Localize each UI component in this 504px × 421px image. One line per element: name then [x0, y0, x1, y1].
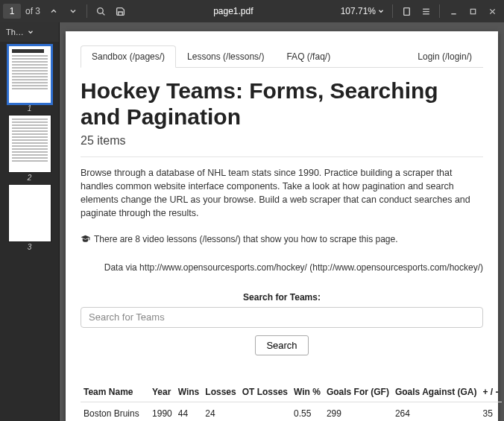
sidebar-header-label: Th…: [6, 28, 24, 37]
menu-icon: [421, 7, 431, 16]
tab-faq[interactable]: FAQ (/faq/): [275, 45, 341, 68]
document-viewer[interactable]: Sandbox (/pages/) Lessons (/lessons/) FA…: [60, 22, 504, 421]
pdf-toolbar: of 3 page1.pdf 107.71%: [0, 0, 504, 22]
close-icon: [488, 7, 497, 16]
sidebar-header[interactable]: Th…: [0, 22, 59, 42]
team-search-input[interactable]: [81, 307, 483, 328]
search-label: Search for Teams:: [81, 292, 483, 303]
thumbnail-sidebar: Th… 1: [0, 22, 60, 421]
lessons-note-text: There are 8 video lessons (/lessons/) th…: [94, 234, 398, 244]
thumbnail-2[interactable]: 2: [7, 115, 51, 182]
tab-login[interactable]: Login (/login/): [406, 45, 483, 68]
prev-page-button[interactable]: [45, 2, 63, 20]
page-description: Browse through a database of NHL team st…: [81, 166, 483, 221]
data-source: Data via http://www.opensourcesports.com…: [81, 262, 483, 273]
thumbnail-1[interactable]: 1: [7, 46, 51, 113]
teams-table: Team Name Year Wins Losses OT Losses Win…: [81, 382, 502, 422]
page-tabs: Sandbox (/pages/) Lessons (/lessons/) FA…: [81, 45, 483, 68]
window-close-button[interactable]: [483, 2, 501, 20]
page-number-input[interactable]: [3, 4, 21, 19]
window-maximize-button[interactable]: [464, 2, 482, 20]
page-title: Hockey Teams: Forms, Searching and Pagin…: [81, 78, 483, 130]
thumbnail-3[interactable]: 3: [7, 185, 51, 251]
save-icon: [116, 7, 125, 16]
col-goals-for: Goals For (GF): [324, 382, 392, 402]
page-icon: [402, 7, 412, 16]
lessons-note: There are 8 video lessons (/lessons/) th…: [81, 234, 483, 244]
page-view-button[interactable]: [397, 2, 415, 20]
thumbnail-1-number: 1: [28, 104, 32, 113]
search-icon: [96, 7, 106, 16]
graduation-cap-icon: [81, 234, 90, 244]
menu-button[interactable]: [417, 2, 435, 20]
thumbnail-list: 1 2 3: [0, 42, 59, 421]
next-page-button[interactable]: [64, 2, 82, 20]
col-ot-losses: OT Losses: [239, 382, 291, 402]
col-team-name: Team Name: [81, 382, 149, 402]
chevron-down-icon: [377, 7, 385, 15]
document-title: page1.pdf: [213, 6, 253, 16]
table-header-row: Team Name Year Wins Losses OT Losses Win…: [81, 382, 502, 402]
item-count: 25 items: [81, 134, 483, 148]
chevron-down-icon: [69, 7, 78, 16]
svg-point-0: [97, 7, 103, 13]
col-plus-minus: + / -: [479, 382, 501, 402]
svg-rect-2: [403, 7, 409, 15]
thumbnail-3-number: 3: [28, 243, 32, 251]
tab-sandbox[interactable]: Sandbox (/pages/): [81, 45, 176, 68]
chevron-up-icon: [49, 7, 58, 16]
zoom-level-dropdown[interactable]: 107.71%: [338, 6, 388, 16]
pdf-page-1: Sandbox (/pages/) Lessons (/lessons/) FA…: [66, 31, 498, 421]
col-goals-against: Goals Against (GA): [392, 382, 480, 402]
window-minimize-button[interactable]: [444, 2, 462, 20]
col-win-pct: Win %: [291, 382, 324, 402]
thumbnail-2-number: 2: [28, 174, 32, 182]
col-wins: Wins: [175, 382, 203, 402]
tab-lessons[interactable]: Lessons (/lessons/): [176, 45, 275, 68]
maximize-icon: [469, 7, 477, 16]
chevron-down-icon: [27, 28, 34, 36]
svg-rect-7: [470, 9, 475, 13]
save-button[interactable]: [111, 2, 129, 20]
search-button[interactable]: Search: [255, 335, 308, 355]
col-losses: Losses: [202, 382, 239, 402]
col-year: Year: [149, 382, 175, 402]
svg-line-1: [102, 13, 104, 15]
zoom-search-button[interactable]: [92, 2, 110, 20]
table-row: Boston Bruins 1990 44 24 0.55 299 264 35: [81, 402, 502, 421]
minimize-icon: [450, 7, 458, 16]
zoom-level-label: 107.71%: [341, 6, 376, 16]
page-count-label: of 3: [22, 6, 43, 16]
